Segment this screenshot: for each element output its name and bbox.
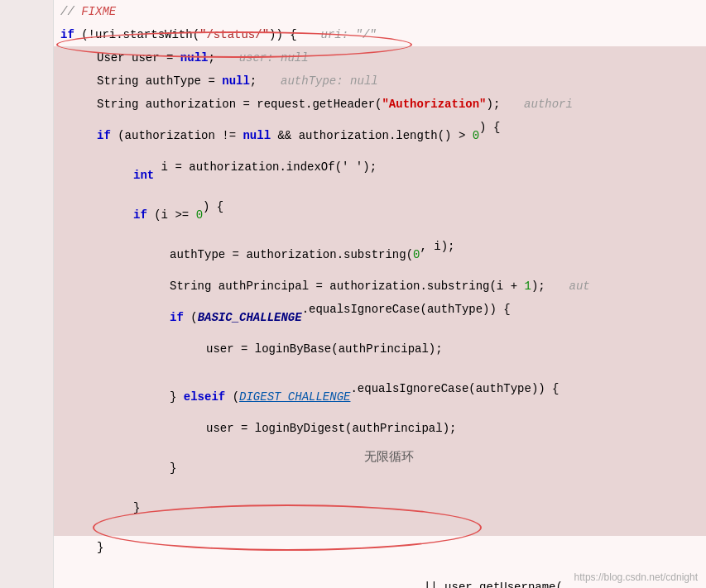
code-line-2: if (!uri.startsWith("/status/")) { uri: … [0,23,706,46]
line-number-15 [0,457,54,496]
code-line-5: String authorization = request.getHeader… [0,93,706,116]
line-content-9: authType = authorization.substring(0, i)… [54,235,706,275]
line-content-2: if (!uri.startsWith("/status/")) { uri: … [54,23,706,46]
line-content-13: } else if (DIGEST_CHALLENGE.equalsIgnore… [54,377,706,417]
code-line-9: authType = authorization.substring(0, i)… [0,235,706,275]
infinite-loop-annotation: 无限循环 [364,449,414,465]
code-line-16: } [0,496,706,536]
line-number-6 [0,116,54,155]
line-content-10: String authPrincipal = authorization.sub… [54,275,706,298]
line-content-11: if (BASIC_CHALLENGE.equalsIgnoreCase(aut… [54,298,706,337]
line-number-7 [0,155,54,195]
code-line-17: } [0,536,706,576]
line-number-9 [0,235,54,275]
csdn-watermark: https://blog.csdn.net/cdnight [574,571,698,583]
code-line-14: user = loginByDigest(authPrincipal); [0,417,706,457]
line-content-5: String authorization = request.getHeader… [54,93,706,116]
line-number-2 [0,23,54,46]
line-number-16 [0,496,54,536]
line-number-13 [0,377,54,417]
code-line-7: int i = authorization.indexOf(' '); [0,155,706,195]
line-number-12 [0,337,54,377]
line-content-1: // FIXME [54,0,706,23]
code-line-10: String authPrincipal = authorization.sub… [0,275,706,298]
line-content-12: user = loginByBase(authPrincipal); [54,337,706,377]
line-number-14 [0,417,54,457]
line-number-11 [0,298,54,337]
line-number-1 [0,0,54,23]
line-content-8: if (i >= 0) { [54,195,706,235]
code-line-13: } else if (DIGEST_CHALLENGE.equalsIgnore… [0,377,706,417]
line-content-17: } [54,536,706,576]
code-line-15: } [0,457,706,496]
line-number-4 [0,69,54,93]
code-line-4: String authType = null; authType: null [0,69,706,93]
line-content-6: if (authorization != null && authorizati… [54,116,706,155]
line-number-3 [0,46,54,69]
code-line-12: user = loginByBase(authPrincipal); [0,337,706,377]
code-line-1: // FIXME [0,0,706,23]
line-number-17 [0,536,54,576]
line-number-18 [0,576,54,588]
line-content-7: int i = authorization.indexOf(' '); [54,155,706,195]
line-number-8 [0,195,54,235]
line-number-10 [0,275,54,298]
line-content-16: } [54,496,706,536]
code-line-8: if (i >= 0) { [0,195,706,235]
code-editor: // FIXME if (!uri.startsWith("/status/")… [0,0,706,588]
code-line-11: if (BASIC_CHALLENGE.equalsIgnoreCase(aut… [0,298,706,337]
line-number-5 [0,93,54,116]
code-line-6: if (authorization != null && authorizati… [0,116,706,155]
line-content-3: User user = null; user: null [54,46,706,69]
line-content-4: String authType = null; authType: null [54,69,706,93]
code-line-3: User user = null; user: null [0,46,706,69]
